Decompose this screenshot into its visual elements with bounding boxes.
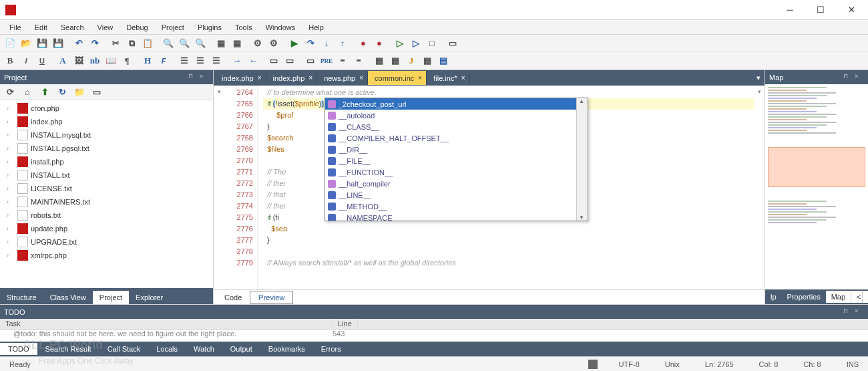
tree-item[interactable]: ›MAINTAINERS.txt [0, 195, 213, 209]
project-up-button[interactable]: ⬆ [37, 85, 52, 100]
column-task[interactable]: Task [0, 319, 333, 329]
pre-button[interactable]: PRE [319, 53, 334, 68]
editor-dropdown-icon[interactable]: ▾ [754, 86, 765, 289]
view-tab-preview[interactable]: Preview [250, 291, 293, 304]
panel-pin-icon[interactable]: ⊓ [843, 73, 853, 82]
layout-button[interactable]: ▭ [282, 53, 297, 68]
css-button[interactable]: ▦ [420, 53, 435, 68]
minimize-button[interactable]: ─ [775, 0, 805, 20]
project-tree[interactable]: ›cron.php›index.php›INSTALL.mysql.txt›IN… [0, 100, 213, 288]
open-button[interactable]: 📂 [19, 36, 33, 51]
close-button[interactable]: ✕ [836, 0, 867, 20]
italic-button[interactable]: I [19, 53, 33, 68]
step-into-button[interactable]: ↓ [319, 36, 334, 51]
save-all-button[interactable]: 💾 [51, 36, 65, 51]
bottom-tab-errors[interactable]: Errors [313, 343, 349, 355]
form-button[interactable]: ▭ [303, 53, 318, 68]
status-eol[interactable]: Unix [661, 360, 684, 368]
autocomplete-item[interactable]: _2checkout_post_url [325, 98, 576, 110]
tab-close-icon[interactable]: × [359, 74, 363, 82]
step-over-button[interactable]: ↷ [303, 36, 318, 51]
font-button[interactable]: F [156, 53, 171, 68]
editor-tab[interactable]: common.inc× [368, 71, 427, 85]
settings-button[interactable]: ⚙ [250, 36, 265, 51]
replace-button[interactable]: 🔍 [193, 36, 208, 51]
panel-pin-icon[interactable]: ⊓ [188, 73, 198, 82]
autocomplete-item[interactable]: __halt_compiler [325, 178, 576, 189]
column-line[interactable]: Line [333, 319, 358, 329]
panel-close-icon[interactable]: × [200, 73, 209, 82]
php-button[interactable]: ▤ [436, 53, 451, 68]
image-button[interactable]: 🖼 [71, 53, 86, 68]
tab-nav-icon[interactable]: > [862, 291, 868, 303]
stop-button[interactable]: □ [425, 36, 439, 51]
status-col[interactable]: Col: 8 [755, 360, 783, 368]
status-encoding[interactable]: UTF-8 [615, 360, 644, 368]
menu-tools[interactable]: Tools [228, 22, 259, 33]
status-ins[interactable]: INS [843, 360, 863, 368]
bottom-tab-bookmarks[interactable]: Bookmarks [260, 343, 313, 355]
tab-structure[interactable]: Structure [0, 291, 43, 304]
tree-item[interactable]: ›INSTALL.txt [0, 168, 213, 182]
play-button[interactable]: ▷ [393, 36, 407, 51]
tree-item[interactable]: ›INSTALL.mysql.txt [0, 128, 213, 142]
editor-tab[interactable]: index.php× [266, 71, 318, 85]
line-gutter[interactable]: 2764276527662767276827692770277127722773… [224, 86, 258, 289]
heading-button[interactable]: H [140, 53, 155, 68]
tree-item[interactable]: ›cron.php [0, 102, 213, 115]
menu-windows[interactable]: Windows [259, 22, 302, 33]
arrow-left-button[interactable]: ← [246, 53, 260, 68]
search-button[interactable]: 🔍 [161, 36, 176, 51]
todo-row[interactable]: @todo: this should not be here. we need … [0, 330, 868, 342]
tree-item[interactable]: ›index.php [0, 115, 213, 128]
menu-edit[interactable]: Edit [28, 22, 54, 33]
popup-scrollbar[interactable] [576, 98, 588, 221]
autocomplete-item[interactable]: __LINE__ [325, 189, 576, 201]
tab-close-icon[interactable]: × [258, 74, 262, 82]
view-tab-code[interactable]: Code [216, 291, 250, 303]
tab-explorer[interactable]: Explorer [129, 291, 170, 304]
editor-tab[interactable]: index.php× [215, 71, 266, 85]
panel-close-icon[interactable]: × [855, 307, 864, 317]
code-area[interactable]: ▾ 27642765276627672768276927702771277227… [214, 86, 765, 289]
save-button[interactable]: 💾 [35, 36, 49, 51]
tab-overflow-icon[interactable]: ▾ [752, 74, 765, 82]
code-text[interactable]: _2checkout_post_url__autoload__CLASS____… [258, 86, 754, 289]
menu-debug[interactable]: Debug [120, 22, 154, 33]
options-button[interactable]: ⚙ [266, 36, 281, 51]
tab-close-icon[interactable]: × [461, 74, 465, 82]
pilcrow-button[interactable]: ¶ [120, 53, 134, 68]
undo-button[interactable]: ↶ [71, 36, 86, 51]
status-ch[interactable]: Ch: 8 [799, 360, 825, 368]
menu-file[interactable]: File [3, 22, 28, 33]
menu-view[interactable]: View [91, 22, 120, 33]
tree-item[interactable]: ›UPGRADE.txt [0, 235, 213, 249]
menu-project[interactable]: Project [155, 22, 191, 33]
menu-search[interactable]: Search [54, 22, 91, 33]
todo-columns[interactable]: Task Line [0, 319, 868, 330]
tab-nav-icon[interactable]: < [851, 291, 862, 303]
grid-button[interactable]: ▦ [388, 53, 403, 68]
step-out-button[interactable]: ↑ [335, 36, 350, 51]
align-center-button[interactable]: ☰ [193, 53, 208, 68]
nonbreak-button[interactable]: nb [87, 53, 102, 68]
table-button[interactable]: ▦ [372, 53, 387, 68]
anchor-button[interactable]: A [55, 53, 70, 68]
bottom-tab-call-stack[interactable]: Call Stack [99, 343, 149, 355]
tree-item[interactable]: ›install.php [0, 155, 213, 168]
fold-gutter[interactable]: ▾ [214, 86, 224, 289]
panel-pin-icon[interactable]: ⊓ [843, 307, 853, 317]
next-button[interactable]: ▷ [409, 36, 423, 51]
tab-close-icon[interactable]: × [418, 74, 422, 82]
right-tab-map[interactable]: Map [826, 291, 851, 303]
project-collapse-button[interactable]: ▭ [89, 85, 104, 100]
olist-button[interactable]: ≡ [351, 53, 366, 68]
align-left-button[interactable]: ☰ [177, 53, 192, 68]
minimap[interactable] [765, 84, 868, 289]
todo-list[interactable]: @todo: this should not be here. we need … [0, 330, 868, 342]
autocomplete-item[interactable]: __FUNCTION__ [325, 166, 576, 178]
tree-item[interactable]: ›update.php [0, 222, 213, 235]
project-folder-button[interactable]: 📁 [72, 85, 87, 100]
tree-item[interactable]: ›xmlrpc.php [0, 249, 213, 262]
project-refresh-button[interactable]: ↻ [55, 85, 69, 100]
